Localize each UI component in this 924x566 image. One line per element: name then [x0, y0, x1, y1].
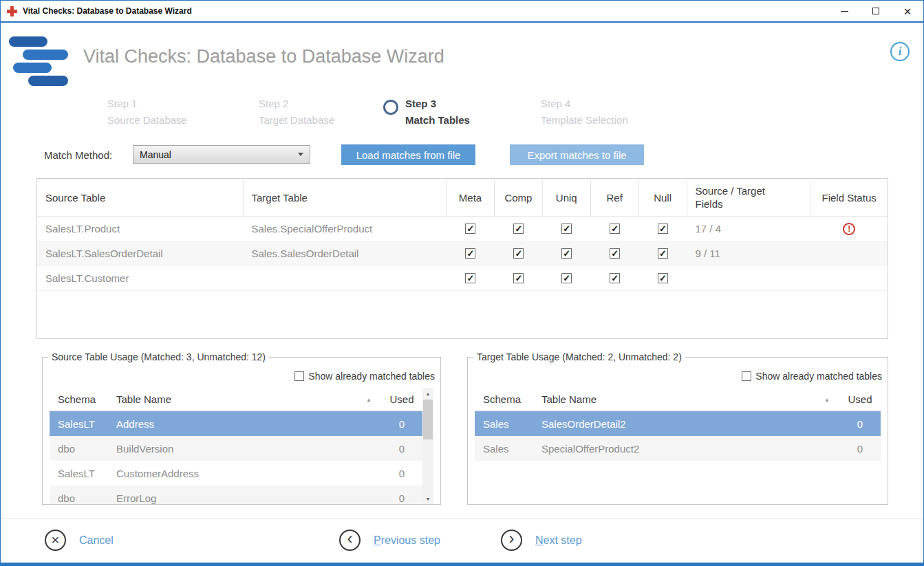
ref-checkbox[interactable]: [610, 248, 620, 259]
target-usage-title: Target Table Usage (Matched: 2, Unmatche…: [473, 351, 685, 362]
column-header-uniq[interactable]: Uniq: [543, 179, 591, 216]
used-cell: 0: [381, 443, 422, 455]
uniq-checkbox[interactable]: [561, 224, 572, 234]
current-step-ring-icon: [383, 100, 398, 115]
scroll-down-icon[interactable]: [422, 493, 433, 504]
step-label: Source Database: [107, 112, 187, 129]
maximize-button[interactable]: [860, 1, 892, 21]
window-bottom-border: [1, 563, 923, 565]
wizard-steps: Step 1 Source Database Step 2 Target Dat…: [1, 96, 923, 127]
column-header-ref[interactable]: Ref: [591, 179, 639, 216]
match-tables-grid: Source Table Target Table Meta Comp Uniq…: [36, 178, 888, 339]
null-checkbox[interactable]: [658, 273, 668, 283]
step-number: Step 1: [107, 96, 187, 112]
circle-x-icon: [45, 530, 66, 551]
source-show-matched-checkbox[interactable]: Show already matched tables: [294, 371, 435, 382]
export-matches-button[interactable]: Export matches to file: [510, 144, 644, 165]
uniq-checkbox[interactable]: [561, 273, 572, 283]
source-usage-row-customeraddress[interactable]: SalesLT CustomerAddress 0: [50, 461, 422, 486]
table-name-cell: CustomerAddress: [108, 468, 381, 479]
wizard-footer: Cancel Previous step Next step: [1, 519, 923, 563]
match-row-customer[interactable]: SalesLT.Customer: [37, 266, 888, 291]
source-usage-row-buildversion[interactable]: dbo BuildVersion 0: [50, 436, 422, 461]
load-matches-button[interactable]: Load matches from file: [341, 144, 475, 165]
used-cell: 0: [381, 468, 422, 479]
field-status-cell: [810, 241, 888, 265]
target-show-matched-checkbox[interactable]: Show already matched tables: [742, 371, 882, 382]
meta-checkbox[interactable]: [465, 224, 475, 234]
checkbox-unchecked-icon[interactable]: [294, 371, 304, 381]
column-header-null[interactable]: Null: [639, 179, 687, 216]
step-4-template-selection: Step 4 Template Selection: [541, 96, 628, 129]
column-header-field-status[interactable]: Field Status: [810, 179, 888, 216]
column-header-schema[interactable]: Schema: [475, 393, 533, 405]
match-row-salesorderdetail[interactable]: SalesLT.SalesOrderDetail Sales.SalesOrde…: [37, 241, 888, 266]
step-number: Step 4: [541, 96, 628, 112]
source-usage-title: Source Table Usage (Matched: 3, Unmatche…: [48, 351, 269, 362]
minimize-icon: [841, 11, 848, 12]
minimize-button[interactable]: [828, 1, 860, 21]
used-cell: 0: [839, 443, 881, 455]
column-header-source-target-fields[interactable]: Source / Target Fields: [687, 179, 811, 216]
column-header-source-table[interactable]: Source Table: [37, 179, 244, 216]
ref-checkbox[interactable]: [610, 273, 620, 283]
page-title: Vital Checks: Database to Database Wizar…: [83, 46, 444, 67]
previous-step-button[interactable]: Previous step: [339, 530, 440, 551]
table-name-cell: ErrorLog: [108, 492, 381, 504]
target-table-cell: Sales.SpecialOfferProduct: [244, 217, 447, 241]
next-step-label: Next step: [535, 534, 582, 547]
step-label: Template Selection: [541, 112, 628, 129]
scroll-up-icon[interactable]: [422, 388, 433, 399]
comp-checkbox[interactable]: [513, 248, 524, 259]
match-method-select[interactable]: Manual: [133, 145, 310, 164]
source-usage-row-address[interactable]: SalesLT Address 0: [50, 411, 422, 436]
column-header-target-table[interactable]: Target Table: [244, 179, 447, 216]
source-table-cell: SalesLT.SalesOrderDetail: [37, 241, 244, 265]
comp-checkbox[interactable]: [513, 224, 524, 234]
close-button[interactable]: [892, 1, 923, 21]
meta-checkbox[interactable]: [465, 273, 475, 283]
source-usage-row-errorlog[interactable]: dbo ErrorLog 0: [50, 486, 422, 504]
window-title: Vital Checks: Database to Database Wizar…: [23, 6, 192, 16]
next-step-button[interactable]: Next step: [501, 530, 582, 551]
chevron-down-icon: [298, 153, 303, 156]
ref-checkbox[interactable]: [610, 224, 620, 234]
vertical-scrollbar[interactable]: [422, 388, 433, 504]
target-usage-row-salesorderdetail2[interactable]: Sales SalesOrderDetail2 0: [475, 411, 881, 436]
fields-count-cell: [687, 266, 811, 290]
column-header-used[interactable]: Used: [381, 393, 422, 405]
scrollbar-thumb[interactable]: [423, 400, 433, 439]
step-2-target-database: Step 2 Target Database: [259, 96, 334, 129]
step-number: Step 3: [405, 96, 470, 112]
table-name-cell: Address: [108, 418, 381, 430]
field-status-error-icon[interactable]: [843, 223, 855, 235]
comp-checkbox[interactable]: [513, 273, 524, 283]
used-cell: 0: [839, 418, 881, 430]
column-header-meta[interactable]: Meta: [447, 179, 495, 216]
column-header-comp[interactable]: Comp: [495, 179, 543, 216]
column-header-table-name[interactable]: Table Name: [108, 393, 381, 405]
step-3-match-tables: Step 3 Match Tables: [383, 96, 470, 129]
usage-header-row: Schema Table Name Used: [475, 388, 881, 411]
schema-cell: dbo: [50, 492, 108, 504]
meta-checkbox[interactable]: [465, 248, 475, 259]
circle-chevron-left-icon: [339, 530, 361, 551]
null-checkbox[interactable]: [658, 248, 668, 259]
column-header-used[interactable]: Used: [839, 393, 881, 405]
used-cell: 0: [381, 492, 422, 504]
info-icon[interactable]: [890, 42, 910, 61]
checkbox-unchecked-icon[interactable]: [742, 371, 751, 381]
app-logo-icon: [8, 36, 68, 89]
app-window: Vital Checks: Database to Database Wizar…: [0, 0, 924, 566]
uniq-checkbox[interactable]: [561, 248, 572, 259]
schema-cell: Sales: [475, 418, 533, 430]
table-name-cell: SalesOrderDetail2: [533, 418, 839, 430]
target-usage-row-specialofferproduct2[interactable]: Sales SpecialOfferProduct2 0: [475, 436, 881, 461]
match-row-product[interactable]: SalesLT.Product Sales.SpecialOfferProduc…: [37, 217, 888, 241]
cancel-button[interactable]: Cancel: [45, 530, 114, 551]
target-table-usage-group: Target Table Usage (Matched: 2, Unmatche…: [467, 357, 888, 505]
fields-count-cell: 9 / 11: [687, 241, 811, 265]
null-checkbox[interactable]: [658, 224, 668, 234]
column-header-schema[interactable]: Schema: [50, 393, 108, 405]
column-header-table-name[interactable]: Table Name: [533, 393, 839, 405]
